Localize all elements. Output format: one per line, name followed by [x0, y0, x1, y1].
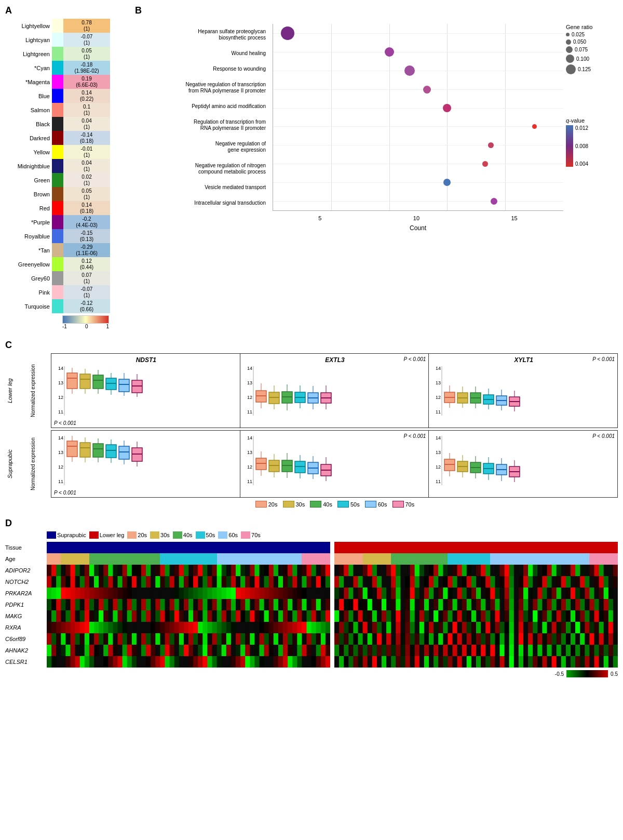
hgridline-4	[273, 108, 563, 109]
module-value-Cyan: -0.18 (1.98E-02)	[63, 61, 110, 75]
module-name-Blue: Blue	[5, 93, 52, 99]
dot-9	[491, 198, 497, 205]
module-row-Darkred: Darkred-0.14 (0.18)	[5, 131, 110, 145]
boxplot-row-lower-leg: Lower leg Normalized expression NDST1 14…	[5, 353, 618, 428]
boxplot-row-suprapubic: Suprapubic Normalized expression 14 13 1…	[5, 430, 618, 498]
pval-ndst1-supra: P < 0.001	[54, 490, 76, 496]
size-legend-title: Gene ratio	[566, 24, 618, 30]
module-name-Cyan: *Cyan	[5, 65, 52, 71]
legend-box-40s	[310, 501, 321, 508]
svg-text:14: 14	[436, 435, 441, 441]
dot-0	[281, 26, 294, 40]
dot-5	[532, 124, 537, 129]
heatmap-gradient	[62, 315, 109, 324]
d-ylabel-pdpk1: PDPK1	[5, 599, 47, 610]
svg-text:12: 12	[58, 464, 63, 470]
q-min: 0.004	[575, 161, 588, 167]
legend-30s: 30s	[283, 501, 305, 508]
gene-heatmap-left-pdpk1	[47, 599, 330, 610]
module-color-Blue	[52, 89, 63, 103]
dot-2	[404, 65, 415, 76]
module-value-Salmon: 0.1 (1)	[63, 103, 110, 117]
legend-text-d-70s: 70s	[251, 532, 261, 538]
module-value-Lightyellow: 0.78 (1)	[63, 19, 110, 33]
svg-text:13: 13	[436, 380, 441, 385]
y-label-0: Heparan sulfate proteoglycanbiosynthetic…	[135, 29, 270, 41]
d-ylabel-ahnak2: AHNAK2	[5, 645, 47, 656]
y-label-9: Intracellular signal transduction	[135, 200, 270, 206]
legend-label-30s: 30s	[296, 501, 305, 508]
legend-suprapubic: Suprapubic	[47, 531, 86, 539]
module-name-Green: Green	[5, 177, 52, 183]
xylt1-lower-svg: 14 13 12 11	[431, 364, 616, 416]
gene-heatmap-left-adipor2	[47, 565, 330, 576]
svg-rect-353	[326, 576, 330, 588]
module-color-Grey60	[52, 271, 63, 285]
svg-rect-5	[67, 373, 77, 389]
legend-d-30s: 30s	[150, 531, 170, 539]
d-ylabel-age: Age	[5, 553, 47, 565]
gene-heatmap-right-c6orf89	[334, 633, 618, 645]
size-dot-0.025	[566, 33, 570, 36]
size-legend-0.100: 0.100	[566, 55, 618, 63]
extl3-supra-svg: 14 13 12 11	[243, 433, 427, 485]
extl3-title: EXTL3	[243, 356, 427, 364]
module-name-Salmon: Salmon	[5, 107, 52, 113]
svg-rect-773	[613, 610, 618, 622]
x-tick-10: 10	[413, 215, 419, 221]
legend-box-70s	[392, 501, 404, 508]
svg-text:13: 13	[58, 380, 63, 385]
gene-gap	[330, 645, 334, 656]
age-seg-right	[490, 553, 589, 565]
legend-d-20s: 20s	[127, 531, 147, 539]
module-value-Turquoise: -0.12 (0.66)	[63, 299, 110, 313]
svg-rect-100	[93, 444, 103, 457]
panel-b-label: B	[135, 5, 618, 16]
age-seg	[47, 553, 61, 565]
module-value-Yellow: -0.01 (1)	[63, 145, 110, 159]
svg-text:12: 12	[247, 395, 252, 400]
module-name-Royalblue: Royalblue	[5, 233, 52, 239]
legend-d-50s: 50s	[196, 531, 215, 539]
color-scale-labels: 0.012 0.008 0.004	[575, 125, 588, 167]
module-color-Lightgreen	[52, 47, 63, 61]
legend-box-20s	[255, 501, 267, 508]
hgridline-8	[273, 182, 563, 183]
module-row-Magenta: *Magenta0.19 (6.6E-03)	[5, 75, 110, 89]
hgridline-9	[273, 201, 563, 202]
boxplot-cells-lower-leg: NDST1 14 13 12 11	[51, 353, 618, 428]
module-row-Cyan: *Cyan-0.18 (1.98E-02)	[5, 61, 110, 75]
module-color-Lightyellow	[52, 19, 63, 33]
age-seg-right	[589, 553, 618, 565]
gene-heatmap-left-notch2	[47, 576, 330, 588]
age-seg	[217, 553, 302, 565]
legend-60s: 60s	[365, 501, 387, 508]
module-value-Purple: -0.2 (4.4E-03)	[63, 215, 110, 229]
y-label-1: Wound healing	[135, 50, 270, 57]
xylt1-title: XYLT1	[431, 356, 616, 364]
module-color-Brown	[52, 187, 63, 201]
gene-gap	[330, 576, 334, 588]
gene-gap	[330, 633, 334, 645]
scale-mid: 0	[85, 324, 88, 329]
gene-heatmap-left-c6orf89	[47, 633, 330, 645]
module-name-Magenta: *Magenta	[5, 79, 52, 85]
size-legend-0.125: 0.125	[566, 64, 618, 74]
y-label-7: Negative regulation of nitrogencompound …	[135, 163, 270, 175]
panel-b: B Heparan sulfate proteoglycanbiosynthet…	[125, 5, 618, 329]
module-name-Yellow: Yellow	[5, 149, 52, 155]
svg-text:14: 14	[58, 435, 63, 441]
module-value-Greenyellow: 0.12 (0.44)	[63, 257, 110, 271]
module-value-Brown: 0.05 (1)	[63, 187, 110, 201]
gene-gap	[330, 610, 334, 622]
size-legend-0.075: 0.075	[566, 46, 618, 53]
module-row-Blue: Blue0.14 (0.22)	[5, 89, 110, 103]
y-axis-labels: Heparan sulfate proteoglycanbiosynthetic…	[135, 24, 270, 211]
legend-d-60s: 60s	[218, 531, 238, 539]
gene-heatmap-right-rxra	[334, 622, 618, 633]
legend-text-d-50s: 50s	[206, 532, 215, 538]
legend-50s: 50s	[337, 501, 360, 508]
age-seg	[302, 553, 330, 565]
legend-40s: 40s	[310, 501, 332, 508]
legend-sq-d-30s	[150, 531, 159, 539]
